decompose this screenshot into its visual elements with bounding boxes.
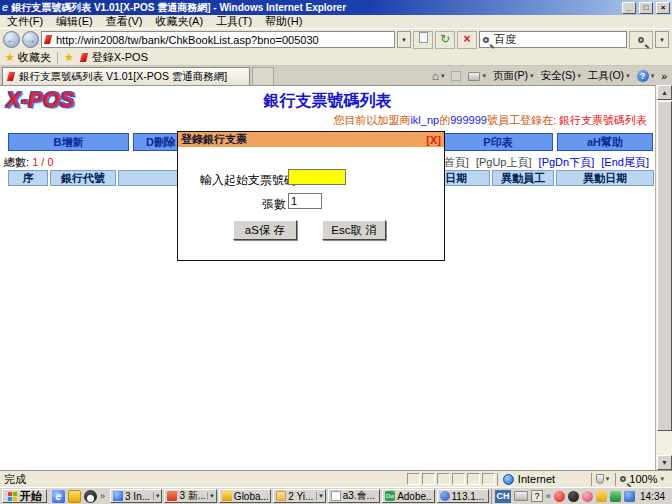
tray-icon-blue[interactable] [624,491,635,502]
yellow-app-icon[interactable] [68,490,81,503]
shield-icon [596,474,604,484]
window-title: 銀行支票號碼列表 V1.01[X-POS 雲通商務網] - Windows In… [11,1,619,15]
print-button[interactable]: ▾ [468,72,486,81]
language-indicator[interactable]: CH [495,490,511,503]
maximize-button[interactable]: □ [639,2,653,14]
tray-icon-green[interactable] [610,491,621,502]
taskbar-button-folder-group[interactable]: 2 Yi... ▾ [273,489,325,503]
sheet-count-input[interactable] [288,193,322,209]
search-input[interactable] [492,33,623,47]
url-input[interactable] [56,33,392,46]
qq-penguin-icon[interactable] [84,490,97,503]
close-button[interactable]: × [656,2,670,14]
tab-active[interactable]: 銀行支票號碼列表 V1.01[X-POS 雲通商務網] [2,67,250,85]
status-segment [467,473,480,485]
menu-view[interactable]: 查看(V) [106,14,143,29]
search-options-dropdown[interactable]: ▾ [655,31,669,48]
home-button[interactable]: ⌂ ▾ [432,70,445,82]
taskbar-button-7[interactable]: 113.1... [437,489,489,503]
tray-overflow[interactable]: « [546,491,551,501]
taskbar-button-document[interactable]: a3.會... [328,489,380,503]
print-table-button[interactable]: P印表 [443,133,553,151]
favorites-button[interactable]: ★ 收藏夹 [5,50,51,65]
taskbar-button-ie-group[interactable]: 3 In... ▾ [110,489,162,503]
menu-help[interactable]: 帮助(H) [265,14,302,29]
stop-icon[interactable]: × [457,31,477,49]
group-dropdown-icon[interactable]: ▾ [316,492,323,500]
tools-menu-label: 工具(O) [588,69,624,83]
back-button[interactable]: ← [3,31,20,48]
group-dropdown-icon[interactable]: ▾ [207,492,214,500]
pagination-end[interactable]: [End尾頁] [601,156,649,168]
scroll-down-icon[interactable]: ▼ [657,455,672,470]
register-check-dialog: 登錄銀行支票 [X] 輸入起始支票號碼 張數 aS保 存 Esc取 消 [177,131,445,261]
menu-file[interactable]: 文件(F) [7,14,43,29]
status-text: 完成 [4,472,405,487]
search-icon [638,37,644,43]
total-value: 1 / 0 [32,156,53,168]
safety-menu-label: 安全(S) [540,69,575,83]
start-button[interactable]: 开始 [2,489,47,503]
quick-launch: e » [49,490,108,503]
protected-mode-button[interactable]: ▾ [591,473,614,486]
address-bar[interactable] [41,31,395,48]
search-go-button[interactable] [629,31,653,49]
quick-launch-overflow[interactable]: » [100,491,105,501]
chevron-down-icon: ▾ [651,72,655,80]
pagination-pgdn[interactable]: [PgDn下頁] [539,156,595,168]
tray-icon-yellow[interactable] [596,491,607,502]
security-zone: Internet [497,473,589,486]
help-page-button[interactable]: aH幫助 [557,133,653,151]
tools-menu[interactable]: 工具(O) ▾ [588,69,630,83]
printer-tray-icon[interactable] [514,491,528,501]
taskbar-button-adobe[interactable]: Dw Adobe... [382,489,434,503]
menu-tools[interactable]: 工具(T) [216,14,252,29]
zoom-control[interactable]: 100% ▾ [615,473,668,486]
taskbar-button-group-2[interactable]: 3 新... ▾ [164,489,216,503]
window-titlebar: e 銀行支票號碼列表 V1.01[X-POS 雲通商務網] - Windows … [0,0,672,15]
safety-menu[interactable]: 安全(S) ▾ [540,69,581,83]
chevron-down-icon: ▾ [441,72,445,80]
help-tray-icon[interactable]: ? [531,490,543,502]
menu-edit[interactable]: 编辑(E) [56,14,93,29]
vertical-scrollbar[interactable]: ▲ ▼ [655,85,672,470]
scrollbar-thumb[interactable] [657,101,672,431]
dialog-close-button[interactable]: [X] [426,134,441,146]
url-dropdown-button[interactable]: ▾ [397,31,411,48]
app-icon [440,491,450,501]
cancel-button[interactable]: Esc取 消 [322,220,386,240]
pagination-pgup[interactable]: [PgUp上頁] [476,156,532,168]
menu-favorites[interactable]: 收藏夹(A) [155,14,203,29]
zoom-level: 100% [629,473,657,485]
save-button[interactable]: aS保 存 [233,220,297,240]
forward-button[interactable]: → [22,31,39,48]
taskbar: 开始 e » 3 In... ▾ 3 新... ▾ Globa... 2 Yi.… [0,487,672,504]
taskbar-clock[interactable]: 14:34 [638,491,667,502]
status-segment [407,473,420,485]
folder-icon [276,491,286,501]
tray-icon-red[interactable] [554,491,565,502]
refresh-icon[interactable]: ↻ [435,31,455,49]
add-button[interactable]: B增新 [8,133,129,151]
ie-quick-launch-icon[interactable]: e [52,490,65,503]
taskbar-button-global[interactable]: Globa... [219,489,271,503]
scroll-up-icon[interactable]: ▲ [657,85,672,100]
task-label: a3.會... [343,489,375,503]
chevron-down-icon: ▾ [530,72,534,80]
command-bar-overflow[interactable]: » [661,70,667,82]
favorites-bar-link-xpos[interactable]: 登錄X-POS [80,50,148,65]
compatibility-view-icon[interactable] [413,31,433,49]
new-tab-button[interactable] [252,67,274,85]
help-button[interactable]: ? ▾ [637,70,655,82]
minimize-button[interactable]: _ [622,2,636,14]
start-check-number-input[interactable] [288,169,346,185]
divider [57,52,58,64]
feeds-button[interactable] [451,71,461,81]
group-dropdown-icon[interactable]: ▾ [153,492,160,500]
tray-icon-pink[interactable] [582,491,593,502]
search-box[interactable] [479,31,627,48]
tray-qq-icon[interactable] [568,491,579,502]
page-menu[interactable]: 页面(P) ▾ [493,69,534,83]
add-favorite-icon[interactable]: ★ [64,51,74,64]
app-icon [222,491,232,501]
